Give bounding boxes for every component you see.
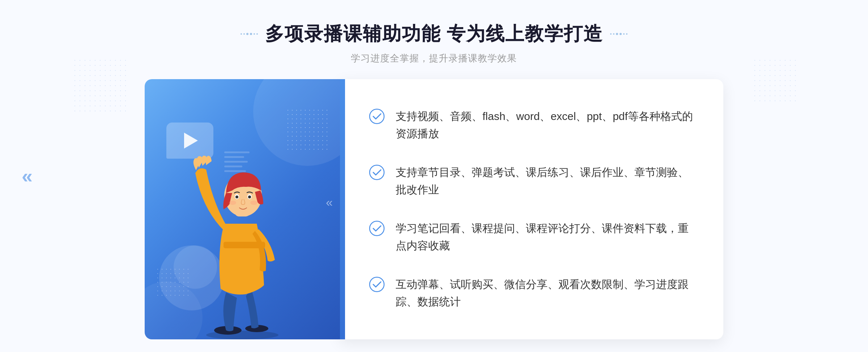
svg-point-12 <box>370 109 384 124</box>
dot-2 <box>243 33 245 35</box>
svg-point-6 <box>235 196 238 198</box>
header-dots-left <box>241 33 258 35</box>
header-dots-right <box>610 33 627 35</box>
dot-r1 <box>610 33 612 35</box>
page-subtitle: 学习进度全掌握，提升录播课教学效果 <box>241 52 627 65</box>
header-decoration: 多项录播课辅助功能 专为线上教学打造 <box>241 22 627 46</box>
svg-point-8 <box>248 196 251 198</box>
features-panel: 支持视频、音频、flash、word、excel、ppt、pdf等各种格式的资源… <box>340 79 723 339</box>
dot-5 <box>254 33 255 35</box>
feature-item-3: 学习笔记回看、课程提问、课程评论打分、课件资料下载，重点内容收藏 <box>369 213 694 262</box>
feature-text-3: 学习笔记回看、课程提问、课程评论打分、课件资料下载，重点内容收藏 <box>396 220 694 254</box>
feature-text-1: 支持视频、音频、flash、word、excel、ppt、pdf等各种格式的资源… <box>396 108 694 142</box>
check-icon-4 <box>369 276 385 292</box>
svg-rect-11 <box>224 242 265 248</box>
dots-decoration-right <box>752 58 796 101</box>
check-icon-2 <box>369 164 385 180</box>
check-icon-1 <box>369 108 385 124</box>
dot-r3 <box>616 33 618 35</box>
feature-item-2: 支持章节目录、弹题考试、课后练习、课后作业、章节测验、批改作业 <box>369 156 694 206</box>
svg-point-15 <box>370 277 384 292</box>
dot-r4 <box>620 33 622 35</box>
content-area: « <box>145 79 723 339</box>
page-container: « 多项录播课辅助功能 专为线上教学打造 <box>0 0 868 352</box>
chevron-double-icon: « <box>22 165 33 187</box>
dot-r2 <box>613 33 614 35</box>
svg-point-9 <box>229 201 236 205</box>
nav-chevron-left[interactable]: « <box>22 165 33 187</box>
page-title: 多项录播课辅助功能 专为线上教学打造 <box>265 22 603 46</box>
illustration-panel: « <box>145 79 340 339</box>
header-section: 多项录播课辅助功能 专为线上教学打造 学习进度全掌握，提升录播课教学效果 <box>241 0 627 65</box>
svg-point-10 <box>250 201 258 205</box>
dot-3 <box>246 33 248 35</box>
check-icon-3 <box>369 220 385 236</box>
side-accent-bar <box>340 79 345 339</box>
dots-decoration-left <box>72 58 130 116</box>
feature-item-4: 互动弹幕、试听购买、微信分享、观看次数限制、学习进度跟踪、数据统计 <box>369 269 694 318</box>
feature-text-2: 支持章节目录、弹题考试、课后练习、课后作业、章节测验、批改作业 <box>396 164 694 198</box>
person-illustration <box>174 137 311 339</box>
feature-text-4: 互动弹幕、试听购买、微信分享、观看次数限制、学习进度跟踪、数据统计 <box>396 276 694 310</box>
figure-container <box>145 130 340 339</box>
feature-item-1: 支持视频、音频、flash、word、excel、ppt、pdf等各种格式的资源… <box>369 100 694 150</box>
dot-r6 <box>626 33 627 35</box>
dot-6 <box>256 33 258 35</box>
dot-1 <box>241 33 242 35</box>
svg-point-14 <box>370 221 384 236</box>
svg-point-13 <box>370 165 384 180</box>
dot-r5 <box>623 33 625 35</box>
dot-4 <box>250 33 252 35</box>
